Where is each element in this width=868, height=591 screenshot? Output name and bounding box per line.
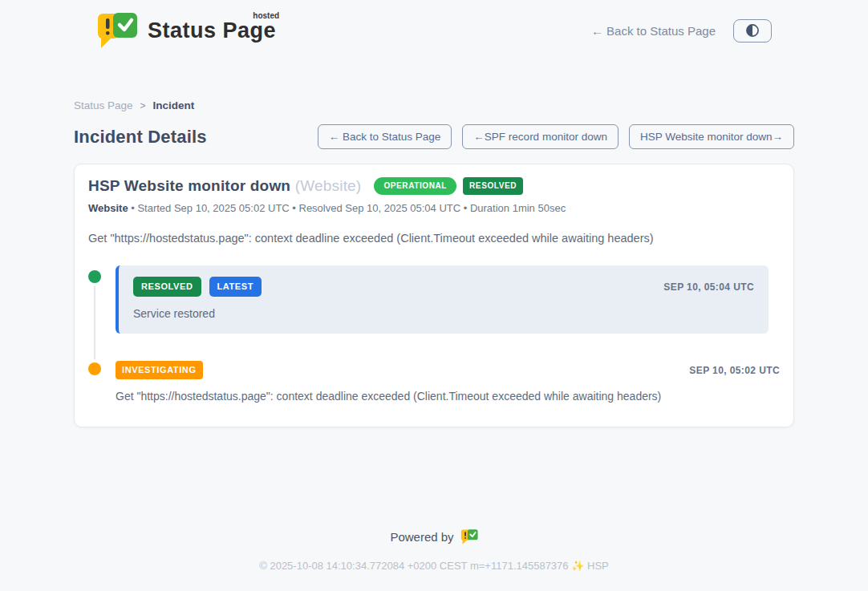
timeline-entry-investigating: INVESTIGATING SEP 10, 05:02 UTC Get "htt… <box>88 358 780 403</box>
timeline-entry-resolved: RESOLVED LATEST SEP 10, 05:04 UTC Servic… <box>88 265 780 334</box>
back-to-status-page-button[interactable]: ← Back to Status Page <box>318 124 452 149</box>
page-title: Incident Details <box>74 127 207 148</box>
timeline-investigating-badge: INVESTIGATING <box>116 361 203 379</box>
incident-card: HSP Website monitor down (Website) OPERA… <box>74 164 794 427</box>
title-row: Incident Details ← Back to Status Page ←… <box>74 124 794 149</box>
breadcrumb: Status Page > Incident <box>74 99 794 111</box>
brand-logo[interactable]: Status Page hosted <box>96 11 276 50</box>
timeline-update-latest: RESOLVED LATEST SEP 10, 05:04 UTC Servic… <box>116 265 769 334</box>
theme-contrast-icon <box>744 22 761 38</box>
timeline-update-investigating: INVESTIGATING SEP 10, 05:02 UTC Get "htt… <box>116 358 780 403</box>
timeline-message-resolved: Service restored <box>133 307 754 320</box>
incident-meta-component: Website <box>88 202 128 214</box>
operational-status-badge: OPERATIONAL <box>374 177 456 195</box>
incident-details-page: Status Page hosted ← Back to Status Page… <box>0 0 868 591</box>
powered-by: Powered by <box>0 528 868 545</box>
incident-nav-buttons: ← Back to Status Page ←SPF record monito… <box>318 124 794 149</box>
incident-title: HSP Website monitor down (Website) <box>88 177 361 195</box>
brand-hosted-label: hosted <box>253 11 279 20</box>
header-back-link[interactable]: ← Back to Status Page <box>591 24 716 38</box>
timeline-rail <box>88 358 116 403</box>
header: Status Page hosted ← Back to Status Page <box>0 0 868 50</box>
incident-description: Get "https://hostedstatus.page": context… <box>88 232 780 245</box>
brand-logo-icon <box>96 11 138 50</box>
brand-name: Status Page hosted <box>148 18 276 43</box>
timeline-timestamp-investigating: SEP 10, 05:02 UTC <box>689 365 780 376</box>
timeline-latest-badge: LATEST <box>209 277 262 297</box>
breadcrumb-separator-icon: > <box>140 100 146 111</box>
main-content: Status Page > Incident Incident Details … <box>74 99 794 427</box>
timeline-message-investigating: Get "https://hostedstatus.page": context… <box>116 390 780 403</box>
incident-title-row: HSP Website monitor down (Website) OPERA… <box>88 177 780 195</box>
previous-incident-button[interactable]: ←SPF record monitor down <box>462 124 619 149</box>
footer: Powered by © 2025-10-08 14:10:34.772084 … <box>0 528 868 591</box>
incident-meta-details: • Started Sep 10, 2025 05:02 UTC • Resol… <box>128 202 566 214</box>
incident-component-label: (Website) <box>295 177 362 194</box>
breadcrumb-status-page[interactable]: Status Page <box>74 99 133 111</box>
theme-toggle-button[interactable] <box>733 19 772 43</box>
incident-timeline: RESOLVED LATEST SEP 10, 05:04 UTC Servic… <box>88 265 780 403</box>
resolved-status-badge: RESOLVED <box>463 177 523 195</box>
breadcrumb-incident: Incident <box>153 99 195 111</box>
copyright-text: © 2025-10-08 14:10:34.772084 +0200 CEST … <box>0 560 868 572</box>
timeline-dot-green <box>88 270 101 283</box>
timeline-resolved-badge: RESOLVED <box>133 277 201 297</box>
powered-by-label: Powered by <box>390 530 453 544</box>
timeline-rail <box>88 265 116 334</box>
hsp-logo-icon <box>460 528 478 545</box>
next-incident-button[interactable]: HSP Website monitor down→ <box>629 124 794 149</box>
timeline-timestamp-resolved: SEP 10, 05:04 UTC <box>663 281 754 293</box>
incident-meta: Website • Started Sep 10, 2025 05:02 UTC… <box>88 202 780 214</box>
timeline-dot-orange <box>88 362 101 375</box>
